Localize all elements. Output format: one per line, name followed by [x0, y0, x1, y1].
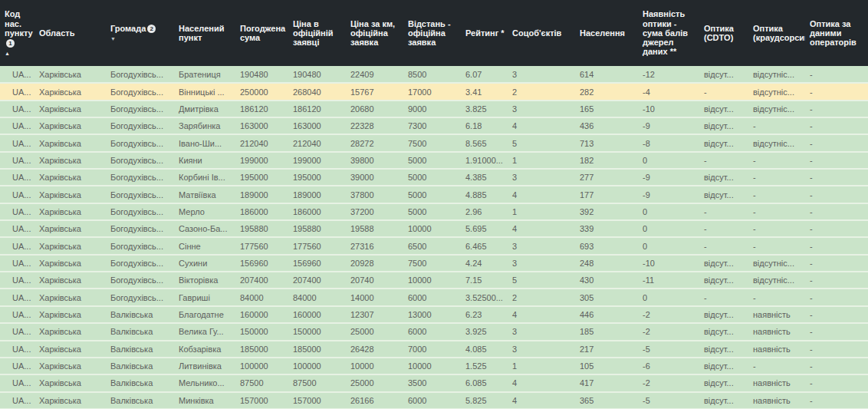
cell-price-per-km: 19588: [346, 220, 403, 237]
table-row[interactable]: UA...ХарківськаБогодухівсь...Мерло186000…: [0, 203, 868, 220]
table-row[interactable]: UA...ХарківськаБогодухівсь...Сухини15696…: [0, 255, 868, 272]
cell-approved-sum: 150000: [235, 323, 288, 340]
cell-hromada: Богодухівсь...: [106, 237, 174, 254]
cell-price-official: 185000: [288, 341, 346, 358]
col-header-optics-operators[interactable]: Оптика за даними операторів: [805, 0, 868, 66]
col-header-label: Наявність оптики - сума балів джерел дан…: [643, 9, 688, 56]
col-header-optics-crowd[interactable]: Оптика (краудсорсинг): [748, 0, 805, 66]
cell-social-objects: 3: [508, 101, 575, 117]
cell-price-official: 268040: [288, 83, 346, 100]
cell-optics-operators: -: [805, 392, 868, 409]
col-header-rating[interactable]: Рейтинг *: [461, 0, 508, 66]
col-header-settlement[interactable]: Населений пункт: [174, 0, 235, 66]
cell-optics-crowd: -: [748, 220, 805, 237]
table-row[interactable]: UA...ХарківськаБогодухівсь...Сазоно-Ба..…: [0, 220, 868, 237]
cell-rating: 1.91000...: [461, 152, 508, 169]
cell-optics-crowd: наявність: [748, 374, 805, 391]
cell-approved-sum: 186120: [235, 101, 288, 117]
cell-distance: 7300: [403, 117, 461, 134]
col-header-approved-sum[interactable]: Погоджена сума: [235, 0, 288, 66]
table-row[interactable]: UA...ХарківськаБогодухівсь...Вікторівка2…: [0, 272, 868, 289]
cell-code: UA...: [0, 169, 35, 186]
cell-optics-score: 0: [638, 237, 699, 254]
cell-code: UA...: [0, 358, 35, 374]
cell-approved-sum: 163000: [235, 117, 288, 134]
table-row[interactable]: UA...ХарківськаВалківськаКобзарівка18500…: [0, 341, 868, 358]
cell-settlement: Сазоно-Ба...: [174, 220, 235, 237]
col-header-label: Оптика (краудсорсинг): [753, 24, 805, 42]
col-header-oblast[interactable]: Область: [35, 0, 106, 66]
cell-distance: 5000: [403, 203, 461, 220]
cell-price-official: 84000: [288, 289, 346, 305]
col-header-optics-cdto[interactable]: Оптика (CDTO): [699, 0, 748, 66]
cell-distance: 6000: [403, 323, 461, 340]
col-header-label: Громада: [110, 24, 146, 33]
cell-approved-sum: 100000: [235, 358, 288, 374]
cell-hromada: Богодухівсь...: [106, 134, 174, 151]
col-header-hromada[interactable]: Громада2▼: [106, 0, 174, 66]
col-header-price-per-km[interactable]: Ціна за км, офіційна заявка: [346, 0, 403, 66]
cell-oblast: Харківська: [35, 374, 106, 391]
table-row[interactable]: UA...ХарківськаБогодухівсь...Гавриші8400…: [0, 289, 868, 305]
col-header-optics-score[interactable]: Наявність оптики - сума балів джерел дан…: [638, 0, 699, 66]
table-row[interactable]: UA...ХарківськаВалківськаМельнико...8750…: [0, 374, 868, 391]
cell-social-objects: 4: [508, 392, 575, 409]
cell-settlement: Мерло: [174, 203, 235, 220]
table-row[interactable]: UA...ХарківськаБогодухівсь...Корбині Ів.…: [0, 169, 868, 186]
cell-optics-score: -9: [638, 117, 699, 134]
table-row[interactable]: UA...ХарківськаВалківськаВелика Гу...150…: [0, 323, 868, 340]
cell-price-per-km: 20740: [346, 272, 403, 289]
table-header: Код нас. пункту1▲ОбластьГромада2▼Населен…: [0, 0, 868, 66]
col-header-social-objects[interactable]: Соцоб'єктів: [508, 0, 575, 66]
cell-optics-crowd: відсутніс...: [748, 66, 805, 83]
table-row[interactable]: UA...ХарківськаВалківськаМинківка1570001…: [0, 392, 868, 409]
cell-social-objects: 1: [508, 152, 575, 169]
table-row[interactable]: UA...ХарківськаБогодухівсь...Сінне177560…: [0, 237, 868, 254]
cell-population: 365: [575, 392, 638, 409]
cell-hromada: Богодухівсь...: [106, 152, 174, 169]
table-row[interactable]: UA...ХарківськаВалківськаБлагодатне16000…: [0, 306, 868, 323]
cell-optics-operators: -: [805, 134, 868, 151]
table-row[interactable]: UA...ХарківськаБогодухівсь...Івано-Ши...…: [0, 134, 868, 151]
cell-approved-sum: 186000: [235, 203, 288, 220]
cell-rating: 1.525: [461, 358, 508, 374]
col-header-distance[interactable]: Відстань - офіційна заявка: [403, 0, 461, 66]
cell-code: UA...: [0, 341, 35, 358]
cell-price-official: 190480: [288, 66, 346, 83]
table-row[interactable]: UA...ХарківськаБогодухівсь...Вінницькі .…: [0, 83, 868, 100]
cell-optics-operators: -: [805, 255, 868, 272]
cell-optics-operators: -: [805, 289, 868, 305]
table-row[interactable]: UA...ХарківськаБогодухівсь...Матвіївка18…: [0, 186, 868, 203]
table-row[interactable]: UA...ХарківськаБогодухівсь...Кияни199000…: [0, 152, 868, 169]
cell-settlement: Кобзарівка: [174, 341, 235, 358]
cell-price-per-km: 20928: [346, 255, 403, 272]
table-row[interactable]: UA...ХарківськаВалківськаЛитвинівка10000…: [0, 358, 868, 374]
cell-price-official: 207400: [288, 272, 346, 289]
cell-price-per-km: 39800: [346, 152, 403, 169]
cell-population: 446: [575, 306, 638, 323]
cell-price-per-km: 26428: [346, 341, 403, 358]
col-header-population[interactable]: Населення: [575, 0, 638, 66]
cell-settlement: Мельнико...: [174, 374, 235, 391]
col-header-price-official[interactable]: Ціна в офіційній заявці: [288, 0, 346, 66]
table-row[interactable]: UA...ХарківськаБогодухівсь...Дмитрівка18…: [0, 101, 868, 117]
cell-optics-score: -10: [638, 255, 699, 272]
table-row[interactable]: UA...ХарківськаБогодухівсь...Зарябинка16…: [0, 117, 868, 134]
cell-optics-operators: -: [805, 83, 868, 100]
cell-optics-crowd: -: [748, 169, 805, 186]
table-row[interactable]: UA...ХарківськаБогодухівсь...Братениця19…: [0, 66, 868, 83]
cell-optics-operators: -: [805, 220, 868, 237]
cell-optics-score: -5: [638, 341, 699, 358]
cell-code: UA...: [0, 101, 35, 117]
cell-social-objects: 3: [508, 66, 575, 83]
cell-rating: 6.23: [461, 306, 508, 323]
cell-oblast: Харківська: [35, 101, 106, 117]
cell-oblast: Харківська: [35, 186, 106, 203]
cell-oblast: Харківська: [35, 66, 106, 83]
col-header-label: Ціна за км, офіційна заявка: [350, 19, 395, 48]
cell-optics-cdto: відсут...: [699, 255, 748, 272]
cell-settlement: Сухини: [174, 255, 235, 272]
cell-code: UA...: [0, 392, 35, 409]
col-header-code[interactable]: Код нас. пункту1▲: [0, 0, 35, 66]
cell-settlement: Братениця: [174, 66, 235, 83]
